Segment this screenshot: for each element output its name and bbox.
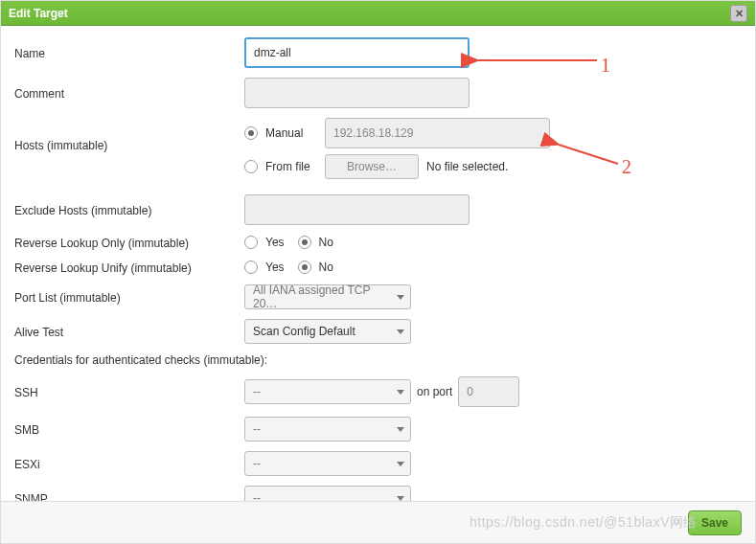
ssh-label: SSH (14, 384, 244, 399)
rlookup-only-no-radio[interactable] (298, 236, 311, 249)
rlookup-only-label: Reverse Lookup Only (immutable) (14, 235, 244, 250)
rlookup-unify-no-radio[interactable] (298, 261, 311, 274)
rlookup-unify-label: Reverse Lookup Unify (immutable) (14, 260, 244, 275)
smb-select[interactable]: -- (244, 417, 411, 442)
chevron-down-icon (397, 427, 404, 432)
comment-label: Comment (14, 85, 244, 101)
no-file-text: No file selected. (426, 160, 508, 173)
hosts-manual-input[interactable] (325, 118, 550, 148)
close-button[interactable]: ✕ (730, 5, 747, 22)
name-label: Name (14, 45, 244, 60)
chevron-down-icon (397, 390, 404, 395)
dialog-footer: Save (1, 501, 755, 543)
chevron-down-icon (397, 295, 404, 300)
chevron-down-icon (397, 329, 404, 334)
hosts-manual-label: Manual (265, 126, 325, 140)
hosts-manual-radio[interactable] (244, 126, 258, 140)
annotation-number-1: 1 (601, 55, 610, 77)
ssh-port-input[interactable] (458, 376, 519, 407)
rlookup-only-yes-radio[interactable] (244, 236, 258, 249)
portlist-select[interactable]: All IANA assigned TCP 20… (244, 284, 411, 309)
dialog-titlebar: Edit Target ✕ (1, 1, 755, 26)
name-input[interactable] (244, 37, 470, 68)
exclude-input[interactable] (244, 194, 470, 225)
exclude-label: Exclude Hosts (immutable) (14, 202, 244, 217)
close-icon: ✕ (735, 1, 744, 26)
portlist-label: Port List (immutable) (14, 289, 244, 305)
esxi-label: ESXi (14, 456, 244, 471)
ssh-onport-label: on port (417, 385, 452, 398)
form: Name Comment Hosts (immutable) Manual Fr… (1, 26, 755, 510)
annotation-number-2: 2 (622, 156, 631, 178)
save-button[interactable]: Save (688, 510, 742, 535)
chevron-down-icon (397, 496, 404, 501)
hosts-fromfile-label: From file (265, 160, 325, 173)
smb-label: SMB (14, 421, 244, 437)
hosts-label: Hosts (immutable) (14, 118, 244, 152)
dialog-title: Edit Target (9, 1, 68, 26)
alive-select[interactable]: Scan Config Default (244, 319, 411, 344)
alive-label: Alive Test (14, 324, 244, 339)
ssh-select[interactable]: -- (244, 379, 411, 404)
esxi-select[interactable]: -- (244, 451, 411, 476)
browse-button[interactable]: Browse… (325, 154, 419, 179)
chevron-down-icon (397, 462, 404, 466)
hosts-fromfile-radio[interactable] (244, 160, 258, 173)
comment-input[interactable] (244, 78, 470, 108)
credentials-heading: Credentials for authenticated checks (im… (14, 353, 742, 367)
rlookup-unify-yes-radio[interactable] (244, 261, 258, 274)
